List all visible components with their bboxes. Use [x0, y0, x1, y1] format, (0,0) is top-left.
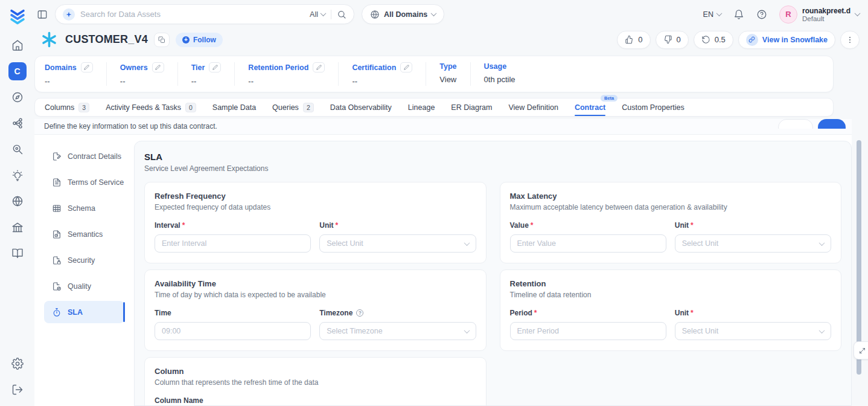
left-rail: C: [0, 0, 34, 406]
edit-pencil-icon[interactable]: [152, 62, 164, 72]
more-options-kebab-icon[interactable]: [840, 31, 860, 49]
secondary-action-button[interactable]: [778, 119, 813, 129]
unit-select[interactable]: Select Unit: [675, 234, 831, 253]
copy-icon[interactable]: [154, 33, 170, 47]
tab-data-observability[interactable]: Data Observability: [330, 98, 392, 116]
tab-lineage[interactable]: Lineage: [408, 98, 435, 116]
downvote-button[interactable]: 0: [656, 31, 689, 49]
period-field: Period*: [510, 309, 666, 340]
app-logo-icon[interactable]: [7, 6, 28, 27]
unit-field: Unit* Select Unit: [675, 221, 831, 253]
chevron-down-icon: [464, 327, 470, 334]
contract-action-buttons: [778, 119, 846, 129]
notifications-bell-icon[interactable]: [733, 9, 744, 20]
contract-body: Contract Details Terms of Service Schema…: [34, 135, 852, 406]
card-description: Time of day by which data is expected to…: [155, 291, 476, 299]
card-description: Timeline of data retention: [510, 291, 832, 299]
nav-security[interactable]: Security: [44, 249, 124, 271]
primary-action-button[interactable]: [818, 119, 846, 129]
file-lock-icon: [52, 256, 62, 265]
view-in-snowflake-button[interactable]: View in Snowflake: [738, 31, 835, 49]
time-input[interactable]: [162, 327, 304, 335]
timezone-select[interactable]: Select Timezone: [319, 322, 476, 340]
table-icon: [52, 204, 62, 213]
edit-pencil-icon[interactable]: [81, 62, 93, 72]
nav-terms-of-service[interactable]: Terms of Service: [44, 171, 124, 193]
nav-schema[interactable]: Schema: [44, 197, 124, 219]
logout-icon[interactable]: [8, 381, 27, 399]
metadata-tier: Tier --: [178, 62, 235, 86]
resize-handle-button[interactable]: [854, 341, 868, 359]
metadata-domains: Domains --: [45, 62, 107, 86]
observability-search-icon[interactable]: [8, 140, 27, 158]
user-name: rounakpreet.d: [802, 7, 850, 15]
time-field: Time: [155, 309, 311, 340]
tab-view-definition[interactable]: View Definition: [508, 98, 558, 116]
settings-gear-icon[interactable]: [8, 355, 27, 373]
glossary-book-icon[interactable]: [8, 244, 27, 262]
upvote-button[interactable]: 0: [617, 31, 650, 49]
unit-select[interactable]: Select Unit: [319, 234, 476, 253]
follow-button[interactable]: + Follow: [176, 33, 223, 47]
card-title: Column: [155, 367, 476, 376]
card-description: Column that represents the refresh time …: [155, 378, 476, 387]
sla-subtitle: Service Level Agreement Expectations: [144, 164, 841, 173]
card-description: Maximum acceptable latency between data …: [510, 203, 832, 211]
user-team: Default: [802, 15, 850, 22]
tab-custom-properties[interactable]: Custom Properties: [622, 98, 685, 116]
ai-sparkle-icon: [63, 8, 75, 21]
resize-diagonal-icon: [858, 347, 866, 355]
entity-title: CUSTOMER_V4: [65, 33, 148, 46]
nav-contract-details[interactable]: Contract Details: [44, 145, 124, 167]
main-column: All All Domains EN R: [34, 0, 868, 406]
nav-sla[interactable]: SLA: [44, 301, 124, 323]
help-icon[interactable]: [756, 9, 767, 20]
tier-score-button[interactable]: 0.5: [694, 31, 733, 49]
search-scope-dropdown[interactable]: All: [310, 10, 325, 19]
governance-bank-icon[interactable]: [8, 218, 27, 236]
chevron-down-icon: [464, 240, 470, 246]
topbar-right: EN R rounakpreet.d Default: [703, 5, 860, 24]
edit-pencil-icon[interactable]: [400, 62, 412, 72]
column-name-field: Column Name Please enter Column name: [155, 396, 476, 406]
availability-time-card: Availability Time Time of day by which d…: [144, 269, 487, 351]
period-input[interactable]: [517, 327, 659, 335]
card-title: Max Latency: [510, 192, 832, 201]
search-icon[interactable]: [337, 10, 346, 19]
domains-globe-icon[interactable]: [8, 192, 27, 210]
sla-cards-grid: Refresh Frequency Expected frequency of …: [144, 182, 841, 406]
nav-quality[interactable]: Quality: [44, 275, 124, 297]
tab-contract[interactable]: ContractBeta: [575, 98, 605, 116]
search-input[interactable]: [80, 10, 304, 19]
language-dropdown[interactable]: EN: [703, 10, 721, 19]
edit-pencil-icon[interactable]: [209, 62, 221, 72]
tab-queries[interactable]: Queries2: [272, 98, 314, 116]
tab-er-diagram[interactable]: ER Diagram: [451, 98, 492, 116]
user-menu[interactable]: R rounakpreet.d Default: [779, 5, 860, 24]
chevron-down-icon: [855, 10, 861, 16]
edit-pencil-icon[interactable]: [313, 62, 325, 72]
tab-sample-data[interactable]: Sample Data: [212, 98, 256, 116]
interval-input[interactable]: [162, 239, 304, 248]
metadata-value: 0th pctile: [484, 75, 515, 84]
lineage-icon[interactable]: [8, 114, 27, 132]
unit-field: Unit* Select Unit: [675, 309, 831, 340]
tab-columns[interactable]: Columns3: [45, 98, 89, 116]
explore-compass-icon[interactable]: [8, 88, 27, 106]
home-icon[interactable]: [8, 36, 27, 54]
sidebar-toggle-icon[interactable]: [37, 9, 48, 20]
unit-select[interactable]: Select Unit: [675, 322, 831, 340]
nav-semantics[interactable]: Semantics: [44, 223, 124, 245]
value-input[interactable]: [517, 239, 659, 248]
chevron-down-icon: [431, 10, 437, 16]
insights-bulb-icon[interactable]: [8, 166, 27, 184]
interval-field: Interval*: [155, 221, 311, 253]
tab-activity-feeds[interactable]: Activity Feeds & Tasks0: [106, 98, 196, 116]
global-search[interactable]: All: [55, 4, 354, 24]
all-domains-dropdown[interactable]: All Domains: [362, 4, 444, 24]
snowflake-icon: [39, 30, 59, 50]
vertical-scrollbar[interactable]: [857, 140, 861, 375]
contract-nav: Contract Details Terms of Service Schema…: [34, 135, 134, 406]
catalog-icon[interactable]: C: [8, 62, 27, 80]
app-root: C: [0, 0, 868, 406]
